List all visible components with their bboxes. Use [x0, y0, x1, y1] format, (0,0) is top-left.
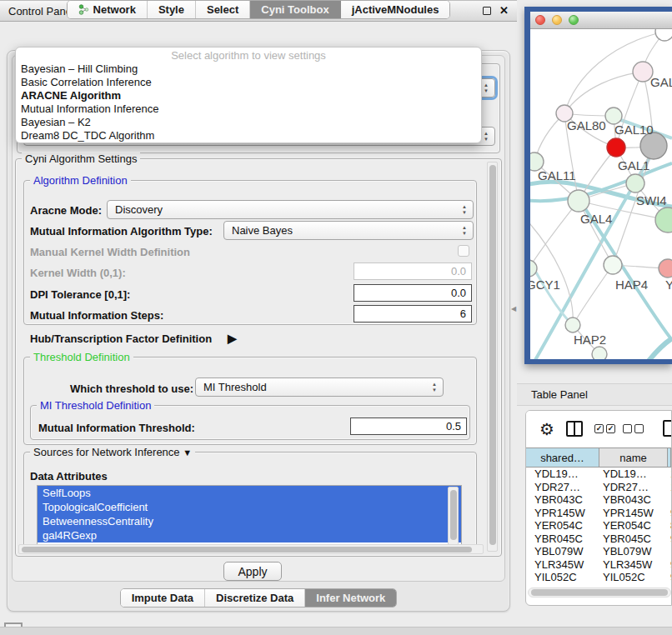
table-cell: YLR345W: [599, 558, 668, 572]
network-node[interactable]: [607, 138, 625, 157]
tab-jactivemnodules[interactable]: jActiveMNodules: [341, 1, 450, 18]
which-threshold-combo[interactable]: MI Threshold ▲▼: [195, 378, 444, 397]
dpi-tolerance-field[interactable]: 0.0: [354, 284, 472, 302]
select-all-icon[interactable]: ✓✓: [594, 424, 615, 433]
network-node[interactable]: [605, 108, 622, 124]
table-cell: YBR045C: [526, 532, 599, 546]
node-label: HAP2: [574, 332, 606, 347]
collapsed-arrow-icon[interactable]: ▶: [228, 332, 237, 345]
node-label: GAL11: [538, 168, 576, 182]
table-row[interactable]: YPR145WYPR145W9.: [526, 507, 671, 520]
network-node[interactable]: [659, 259, 672, 278]
expanded-arrow-icon[interactable]: ▼: [183, 448, 192, 458]
close-traffic-light-icon[interactable]: [535, 15, 545, 25]
manual-kernel-label: Manual Kernel Width Definition: [30, 246, 190, 258]
kernel-width-field[interactable]: 0.0: [354, 262, 472, 280]
table-cell: YDR27…: [599, 481, 668, 494]
table-row[interactable]: YDL19…YDL19…13: [526, 468, 671, 481]
mi-threshold-label: Mutual Information Threshold:: [38, 422, 195, 434]
mi-type-combo[interactable]: Naive Bayes ▲▼: [223, 221, 474, 240]
column-header-name[interactable]: name: [599, 448, 668, 467]
column-header-partial[interactable]: A: [668, 448, 671, 467]
table-cell: YPR145W: [599, 507, 668, 520]
mi-threshold-field[interactable]: 0.5: [350, 418, 467, 435]
table-cell: YLR345W: [526, 558, 599, 572]
tab-impute-data[interactable]: Impute Data: [121, 589, 205, 607]
table-row[interactable]: YER054CYER054C8.: [526, 519, 671, 532]
tab-style[interactable]: Style: [148, 1, 196, 18]
attributes-scrollbar[interactable]: [448, 487, 459, 547]
algorithm-definition-title: Algorithm Definition: [30, 174, 131, 187]
table-cell: 9.: [668, 558, 671, 572]
table-cell: YBR045C: [599, 532, 668, 546]
network-node[interactable]: [655, 29, 672, 41]
deselect-all-icon[interactable]: [623, 424, 644, 433]
tab-select[interactable]: Select: [196, 1, 250, 18]
cyni-settings-title: Cyni Algorithm Settings: [22, 152, 140, 165]
minimize-traffic-light-icon[interactable]: [552, 15, 562, 25]
table-cell: YBL079W: [526, 545, 599, 558]
attribute-item[interactable]: TopologicalCoefficient: [38, 500, 461, 514]
settings-horizontal-scrollbar[interactable]: [18, 544, 484, 554]
columns-icon[interactable]: [566, 421, 583, 437]
table-row[interactable]: YBR043CYBR043C: [526, 493, 671, 507]
combo-arrows-icon: ▲▼: [484, 131, 489, 142]
network-node[interactable]: [568, 190, 589, 212]
node-label: GCY1: [530, 278, 560, 292]
network-canvas[interactable]: GAL7GAL80GAL10GAL1GAL11SWI4GAL4GCY1HAP4Y…: [530, 29, 672, 359]
splitpane-collapse-icon[interactable]: ◀: [511, 305, 516, 312]
node-label: SWI4: [636, 193, 667, 208]
aracne-mode-combo[interactable]: Discovery ▲▼: [107, 200, 474, 219]
network-window-titlebar[interactable]: [530, 12, 672, 29]
algorithm-option[interactable]: Basic Correlation Inference: [16, 76, 481, 89]
tab-discretize-data[interactable]: Discretize Data: [205, 589, 305, 607]
table-cell: YBL079W: [599, 545, 668, 558]
table-row[interactable]: YBL079WYBL079W: [526, 545, 671, 558]
table-row[interactable]: YLR345WYLR345W9.: [526, 558, 671, 572]
mi-threshold-group-title: MI Threshold Definition: [37, 399, 154, 412]
network-node[interactable]: [592, 347, 607, 359]
attribute-item[interactable]: SelfLoops: [38, 486, 461, 500]
table-row[interactable]: YBR045CYBR045C9.: [526, 532, 671, 546]
document-icon[interactable]: [663, 420, 672, 437]
algorithm-option[interactable]: Mutual Information Inference: [16, 102, 481, 116]
network-node[interactable]: [604, 256, 622, 274]
table-horizontal-scrollbar[interactable]: [528, 588, 671, 598]
settings-vertical-scrollbar[interactable]: [487, 162, 498, 552]
combo-arrows-icon: ▲▼: [484, 82, 489, 94]
table-cell: YER054C: [599, 519, 668, 532]
manual-kernel-checkbox[interactable]: [458, 245, 469, 257]
apply-button[interactable]: Apply: [223, 562, 282, 581]
algorithm-option-selected[interactable]: ARACNE Algorithm: [16, 89, 481, 102]
node-label: GAL1: [618, 158, 649, 172]
algorithm-option[interactable]: Dream8 DC_TDC Algorithm: [16, 129, 481, 142]
table-toolbar: ⚙ ✓✓: [526, 411, 671, 448]
aracne-mode-label: Aracne Mode:: [30, 204, 102, 217]
gear-icon[interactable]: ⚙: [539, 419, 554, 439]
table-cell: YBR043C: [526, 493, 599, 507]
tab-cyni-toolbox[interactable]: Cyni Toolbox: [250, 1, 340, 18]
table-cell: YIL052C: [599, 571, 668, 584]
table-body: YDL19…YDL19…13YDR27…YDR27…12YBR043CYBR04…: [526, 468, 671, 584]
algorithm-option[interactable]: Bayesian – K2: [16, 116, 481, 129]
zoom-traffic-light-icon[interactable]: [569, 15, 579, 25]
network-node[interactable]: [626, 174, 644, 192]
mi-steps-field[interactable]: 6: [354, 305, 472, 322]
algorithm-option[interactable]: Bayesian – Hill Climbing: [16, 62, 481, 76]
column-header-shared-name[interactable]: shared…: [526, 448, 599, 467]
table-cell: 9.: [668, 571, 671, 584]
table-panel: ⚙ ✓✓ shared… name A YDL19…YDL19…13YDR27……: [525, 410, 672, 606]
table-cell: YDL19…: [599, 468, 668, 481]
tab-infer-network[interactable]: Infer Network: [305, 589, 396, 607]
bottom-tabs: Impute Data Discretize Data Infer Networ…: [0, 588, 517, 608]
table-cell: YBR043C: [599, 493, 668, 507]
table-row[interactable]: YIL052CYIL052C9.: [526, 571, 671, 584]
combo-arrows-icon: ▲▼: [432, 382, 437, 393]
network-node[interactable]: [655, 208, 672, 232]
dpi-tolerance-label: DPI Tolerance [0,1]:: [30, 288, 130, 301]
attribute-item[interactable]: BetweennessCentrality: [38, 514, 461, 528]
network-node[interactable]: [565, 318, 580, 332]
table-row[interactable]: YDR27…YDR27…12: [526, 481, 671, 494]
attribute-item[interactable]: gal4RGexp: [38, 528, 461, 542]
tab-network[interactable]: Network: [68, 1, 148, 18]
